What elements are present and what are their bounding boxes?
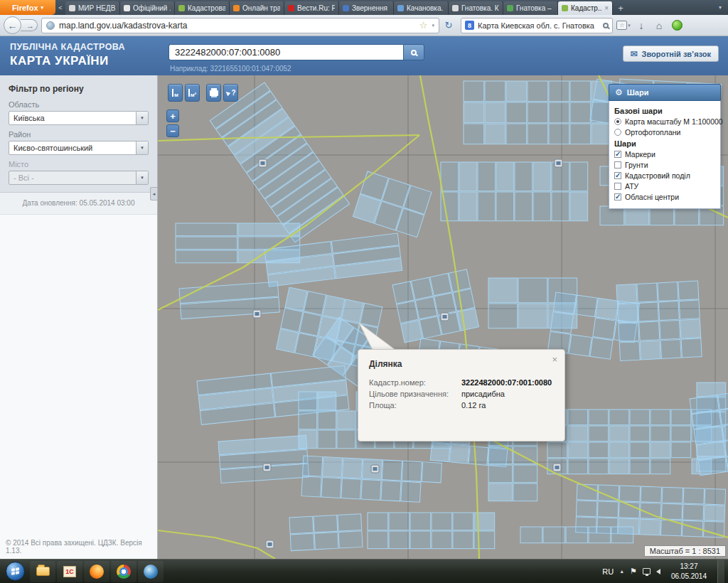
zoom-out-button[interactable]: − (166, 124, 179, 137)
cadastral-search-button[interactable] (403, 44, 424, 60)
layer-option[interactable]: Кадастровий поділ (614, 171, 715, 180)
layer-label: Грунти (625, 161, 648, 169)
reload-button[interactable]: ↻ (443, 20, 454, 31)
zoom-in-button[interactable]: + (166, 109, 179, 122)
list-all-tabs-button[interactable]: ▾ (712, 0, 728, 15)
chevron-down-icon[interactable]: ▼ (136, 112, 148, 124)
browser-tab[interactable]: Вести.Ru: Р... (284, 1, 339, 15)
back-button[interactable]: ← (4, 16, 21, 34)
action-center-icon[interactable]: ⚑ (630, 567, 637, 576)
checkbox-icon[interactable] (614, 172, 621, 179)
base-layer-label: Ортофотоплани (625, 128, 680, 137)
taskbar-chrome-button[interactable] (111, 561, 136, 582)
url-dropdown-icon[interactable]: ▾ (432, 23, 434, 28)
question-icon: ? (231, 89, 235, 97)
taskbar-explorer-button[interactable] (30, 561, 55, 582)
data-updated-text: Дата оновлення: 05.05.2014 03:00 (0, 193, 157, 215)
layer-option[interactable]: Грунти (614, 161, 715, 169)
radio-icon[interactable] (614, 129, 621, 136)
base-layer-option[interactable]: Ортофотоплани (614, 128, 715, 137)
bookmark-star-icon[interactable]: ☆ (419, 20, 428, 31)
browser-search-text[interactable]: Карта Киевская обл. с. Гнатовка (478, 21, 599, 30)
taskbar-1c-button[interactable]: 1С (57, 561, 82, 582)
bookmarks-menu-button[interactable]: ☆ ▾ (616, 18, 631, 33)
checkbox-icon[interactable] (614, 183, 621, 190)
region-select[interactable]: Київська ▼ (9, 111, 149, 125)
forward-button[interactable]: → (21, 19, 38, 31)
identify-button[interactable]: ? (223, 84, 238, 102)
volume-icon[interactable] (656, 569, 660, 574)
tab-favicon (124, 5, 130, 11)
layer-option[interactable]: АТУ (614, 182, 715, 191)
tab-favicon (452, 5, 459, 11)
layer-option[interactable]: Обласні центри (614, 193, 715, 201)
browser-tab[interactable]: Гнатовка. К... (449, 1, 503, 15)
map-marker[interactable] (441, 313, 449, 321)
map-marker[interactable] (253, 310, 261, 318)
new-tab-button[interactable]: + (613, 1, 628, 15)
browser-tab[interactable]: МИР НЕДВ... (65, 1, 120, 15)
checkbox-icon[interactable] (614, 161, 621, 169)
downloads-button[interactable]: ↓ (634, 18, 648, 33)
chevron-down-icon: ▾ (628, 23, 631, 28)
language-indicator[interactable]: RU (602, 567, 614, 576)
radio-icon[interactable] (614, 118, 621, 125)
show-hidden-icons-button[interactable]: ▲ (619, 569, 624, 574)
map-area[interactable]: м м² ? + − (158, 75, 728, 559)
taskbar-firefox-button[interactable] (84, 561, 109, 582)
url-bar[interactable]: map.land.gov.ua/kadastrova-karta ☆ ▾ (41, 18, 439, 33)
browser-tab[interactable]: Звернення ... (339, 1, 394, 15)
tab-scroll-left-button[interactable]: < (55, 0, 65, 15)
browser-tab[interactable]: Онлайн тра... (230, 1, 284, 15)
taskbar-earth-button[interactable] (138, 561, 164, 582)
map-marker[interactable] (371, 465, 379, 473)
firefox-menu-button[interactable]: Firefox ▾ (0, 0, 55, 15)
browser-tab[interactable]: Офіційний ... (120, 1, 175, 15)
addon-button[interactable] (670, 18, 684, 33)
browser-search-box[interactable]: 8 Карта Киевская обл. с. Гнатовка (461, 18, 613, 33)
search-icon[interactable] (603, 23, 609, 28)
measure-area-button[interactable]: м² (185, 84, 200, 102)
measure-length-button[interactable]: м (168, 84, 183, 102)
layer-option[interactable]: Маркери (614, 150, 715, 159)
tab-favicon (288, 5, 294, 11)
browser-tab[interactable]: Гнатовка – ... (503, 1, 558, 15)
show-desktop-button[interactable] (717, 560, 724, 583)
chevron-down-icon[interactable]: ▼ (136, 141, 148, 154)
1c-icon: 1С (63, 566, 76, 577)
tab-favicon (233, 5, 240, 11)
tab-strip: МИР НЕДВ...Офіційний ...Кадастрова...Онл… (65, 0, 613, 15)
map-marker[interactable] (553, 464, 561, 471)
cadastral-search-input[interactable] (168, 44, 403, 60)
checkbox-icon[interactable] (614, 193, 621, 200)
print-button[interactable] (206, 84, 221, 102)
home-button[interactable]: ⌂ (652, 18, 666, 33)
checkbox-icon[interactable] (614, 151, 621, 158)
map-marker[interactable] (259, 159, 267, 167)
sidebar-collapse-button[interactable]: ◄ (150, 187, 157, 200)
district-select[interactable]: Києво-святошинський ▼ (9, 141, 149, 155)
map-marker[interactable] (263, 464, 271, 471)
close-icon[interactable]: × (552, 355, 557, 364)
browser-tab[interactable]: Кадастр...× (558, 1, 613, 15)
url-text[interactable]: map.land.gov.ua/kadastrova-karta (59, 21, 415, 31)
network-icon[interactable] (643, 568, 651, 574)
map-marker[interactable] (266, 540, 274, 548)
region-filter-sidebar: Фільтр по регіону Область Київська ▼ Рай… (0, 75, 158, 559)
start-button[interactable] (6, 562, 25, 581)
map-marker[interactable] (555, 159, 562, 167)
layers-panel-header[interactable]: ⚙ Шари (609, 84, 721, 101)
site-logo-line1: ПУБЛІЧНА КАДАСТРОВА (10, 42, 125, 53)
browser-tab[interactable]: Кадастрова... (175, 1, 230, 15)
tab-close-icon[interactable]: × (604, 4, 609, 12)
search-engine-icon[interactable]: 8 (465, 21, 474, 30)
browser-tab[interactable]: Качановка. ... (394, 1, 449, 15)
taskbar-clock[interactable]: 13:27 06.05.2014 (666, 562, 712, 581)
base-layer-option[interactable]: Карта масштабу М 1:100000 (614, 117, 715, 126)
clock-date: 06.05.2014 (671, 572, 707, 582)
site-logo[interactable]: ПУБЛІЧНА КАДАСТРОВА КАРТА УКРАЇНИ (10, 42, 125, 68)
system-tray: RU ▲ ⚑ 13:27 06.05.2014 (602, 560, 727, 583)
ruler-icon (188, 89, 190, 97)
feedback-button[interactable]: ✉ Зворотній зв’язок (623, 46, 719, 62)
envelope-icon: ✉ (631, 49, 638, 59)
